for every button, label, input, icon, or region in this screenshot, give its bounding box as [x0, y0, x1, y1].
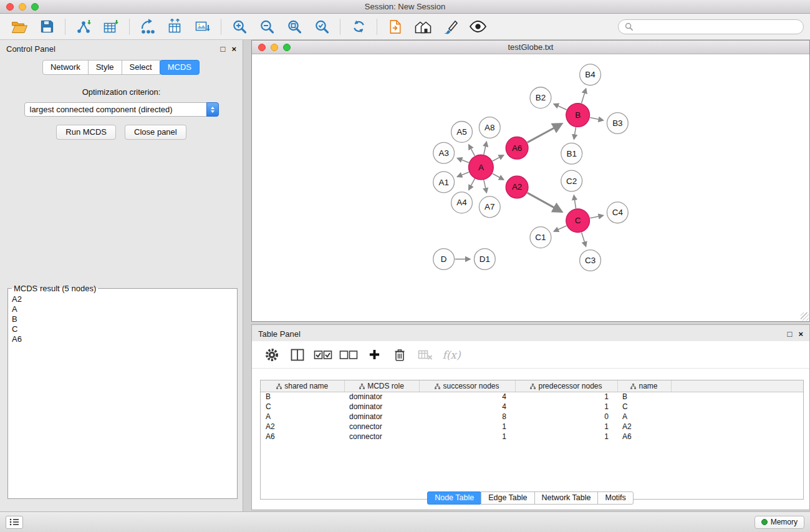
tab-network-table[interactable]: Network Table	[534, 491, 599, 505]
graph-node-A6[interactable]: A6	[506, 137, 528, 159]
table-row-c[interactable]: Cdominator41C	[261, 402, 803, 412]
graph-node-A[interactable]: A	[468, 155, 493, 180]
zoom-in-button[interactable]	[226, 16, 253, 38]
graph-node-A3[interactable]: A3	[433, 142, 455, 163]
graph-node-A7[interactable]: A7	[479, 196, 500, 218]
column-header-name[interactable]: name	[617, 380, 671, 392]
refresh-view-button[interactable]	[345, 16, 372, 38]
tab-node-table[interactable]: Node Table	[427, 491, 481, 505]
open-session-button[interactable]	[6, 16, 32, 38]
column-header-shared-name[interactable]: shared name	[261, 380, 344, 392]
close-table-panel-icon[interactable]: ×	[798, 330, 803, 338]
zoom-fit-button[interactable]	[281, 16, 307, 38]
zoom-selected-button[interactable]	[309, 16, 335, 38]
new-network-button[interactable]	[135, 16, 161, 38]
graph-node-C1[interactable]: C1	[530, 227, 551, 248]
graph-edge-A-A4[interactable]	[469, 178, 475, 190]
column-header-predecessor-nodes[interactable]: predecessor nodes	[515, 380, 617, 392]
select-all-columns-button[interactable]	[313, 346, 333, 364]
graph-edge-A-A3[interactable]	[458, 158, 469, 163]
graph-edge-A-A1[interactable]	[458, 172, 469, 177]
close-panel-icon[interactable]: ×	[231, 45, 236, 53]
graph-node-B1[interactable]: B1	[561, 143, 582, 164]
minimize-window-button[interactable]	[19, 3, 26, 11]
graph-edge-A-A6[interactable]	[493, 155, 504, 161]
table-settings-button[interactable]	[262, 346, 282, 364]
graph-node-D[interactable]: D	[433, 249, 455, 270]
graph-node-A4[interactable]: A4	[451, 192, 473, 213]
graph-edge-B-B3[interactable]	[590, 118, 603, 120]
delete-table-button[interactable]	[415, 346, 435, 364]
import-table-from-file-button[interactable]	[98, 16, 124, 38]
network-minimize-button[interactable]	[271, 44, 278, 51]
graph-edge-A-A2[interactable]	[493, 173, 504, 180]
graph-node-A1[interactable]: A1	[433, 172, 455, 193]
graph-node-A5[interactable]: A5	[451, 122, 473, 143]
table-row-a[interactable]: Adominator80A	[261, 412, 803, 422]
graph-edge-B-B1[interactable]	[574, 127, 576, 139]
home-view-button[interactable]	[410, 16, 436, 38]
run-mcds-button[interactable]: Run MCDS	[56, 125, 116, 140]
tab-network[interactable]: Network	[42, 60, 89, 75]
graph-edge-B-B4[interactable]	[582, 89, 586, 103]
graph-edge-A-A8[interactable]	[484, 142, 486, 155]
graph-edge-A2-C[interactable]	[528, 193, 562, 211]
network-graph[interactable]: B4B2BB3A5A8A6B1A3AC2A1A2A4A7C4CC1C3DD1	[252, 55, 809, 321]
zoom-window-button[interactable]	[31, 3, 39, 11]
export-image-button[interactable]	[190, 16, 216, 38]
close-panel-button[interactable]: Close panel	[125, 125, 186, 140]
result-item-a6[interactable]: A6	[8, 334, 237, 344]
graph-node-C2[interactable]: C2	[561, 170, 582, 191]
open-network-file-button[interactable]	[382, 16, 408, 38]
table-row-a2[interactable]: A2connector11A2	[261, 422, 803, 432]
graph-node-C4[interactable]: C4	[607, 202, 628, 223]
memory-button[interactable]: Memory	[755, 516, 804, 529]
result-item-b[interactable]: B	[8, 314, 237, 324]
float-table-panel-icon[interactable]: □	[788, 330, 793, 338]
graph-edge-A6-B[interactable]	[528, 124, 562, 143]
network-close-button[interactable]	[258, 44, 266, 51]
search-input[interactable]	[637, 22, 797, 31]
close-window-button[interactable]	[6, 3, 14, 11]
search-box[interactable]	[618, 19, 804, 34]
graph-node-B[interactable]: B	[566, 104, 590, 127]
tab-mcds[interactable]: MCDS	[160, 60, 200, 75]
result-item-a2[interactable]: A2	[8, 294, 237, 304]
show-columns-button[interactable]	[287, 346, 307, 364]
table-row-a6[interactable]: A6connector11A6	[261, 432, 803, 442]
graph-node-A8[interactable]: A8	[479, 117, 500, 138]
column-header-mcds-role[interactable]: MCDS role	[344, 380, 419, 392]
graph-node-B2[interactable]: B2	[530, 87, 551, 109]
column-header-successor-nodes[interactable]: successor nodes	[419, 380, 515, 392]
network-canvas[interactable]: B4B2BB3A5A8A6B1A3AC2A1A2A4A7C4CC1C3DD1	[252, 55, 809, 321]
network-view-titlebar[interactable]: testGlobe.txt	[252, 41, 809, 54]
optimization-criterion-select[interactable]: largest connected component (directed)	[24, 102, 219, 117]
graph-node-C3[interactable]: C3	[580, 250, 601, 271]
export-table-button[interactable]	[162, 16, 188, 38]
tab-edge-table[interactable]: Edge Table	[481, 491, 534, 505]
graph-edge-C-C3[interactable]	[582, 233, 586, 246]
save-session-button[interactable]	[34, 16, 60, 38]
function-builder-button[interactable]: f(x)	[441, 346, 461, 364]
graph-node-B4[interactable]: B4	[580, 64, 601, 85]
zoom-out-button[interactable]	[254, 16, 280, 38]
graph-edge-A-A5[interactable]	[469, 145, 475, 156]
float-panel-icon[interactable]: □	[221, 45, 226, 53]
show-graphics-details-button[interactable]	[465, 16, 491, 38]
delete-column-button[interactable]	[390, 346, 410, 364]
graph-node-C[interactable]: C	[566, 209, 590, 233]
tab-style[interactable]: Style	[88, 60, 122, 75]
import-network-from-file-button[interactable]	[70, 16, 97, 38]
graph-edge-A-A7[interactable]	[484, 180, 486, 193]
tab-select[interactable]: Select	[122, 60, 160, 75]
add-column-button[interactable]	[364, 346, 384, 364]
graph-node-B3[interactable]: B3	[607, 113, 628, 134]
resize-grip[interactable]	[801, 312, 809, 321]
table-row-b[interactable]: Bdominator41B	[261, 392, 803, 402]
graph-edge-C-C2[interactable]	[574, 195, 576, 208]
network-zoom-button[interactable]	[283, 44, 291, 51]
tab-motifs[interactable]: Motifs	[597, 491, 633, 505]
graph-node-A2[interactable]: A2	[506, 176, 528, 198]
graph-edge-C-C4[interactable]	[590, 215, 603, 218]
result-item-a[interactable]: A	[8, 304, 237, 314]
